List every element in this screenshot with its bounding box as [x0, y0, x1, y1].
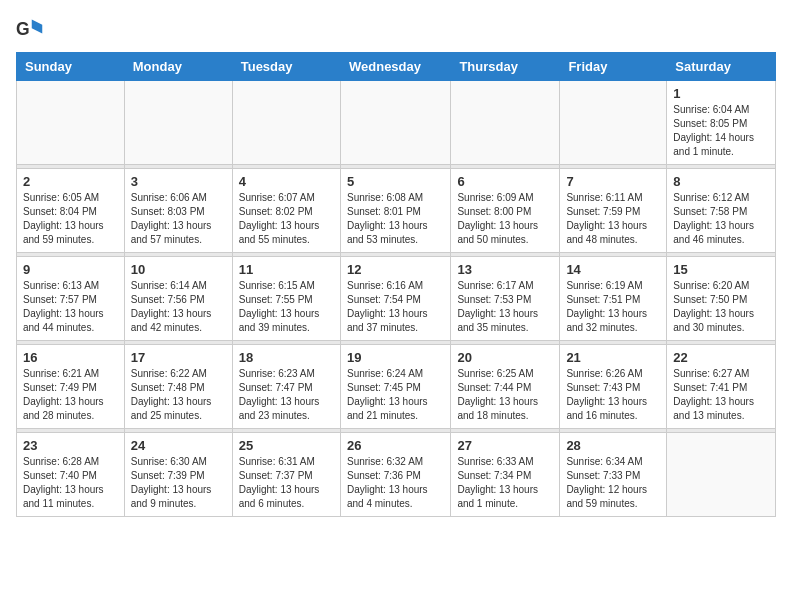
day-info: Sunrise: 6:26 AM Sunset: 7:43 PM Dayligh… [566, 367, 660, 423]
calendar-cell: 13Sunrise: 6:17 AM Sunset: 7:53 PM Dayli… [451, 257, 560, 341]
day-number: 2 [23, 174, 118, 189]
day-number: 3 [131, 174, 226, 189]
header-sunday: Sunday [17, 53, 125, 81]
day-info: Sunrise: 6:31 AM Sunset: 7:37 PM Dayligh… [239, 455, 334, 511]
day-number: 6 [457, 174, 553, 189]
calendar-week-5: 23Sunrise: 6:28 AM Sunset: 7:40 PM Dayli… [17, 433, 776, 517]
day-number: 8 [673, 174, 769, 189]
page-header: G [16, 16, 776, 44]
calendar-cell: 19Sunrise: 6:24 AM Sunset: 7:45 PM Dayli… [340, 345, 450, 429]
calendar-cell [451, 81, 560, 165]
day-info: Sunrise: 6:11 AM Sunset: 7:59 PM Dayligh… [566, 191, 660, 247]
day-info: Sunrise: 6:32 AM Sunset: 7:36 PM Dayligh… [347, 455, 444, 511]
day-info: Sunrise: 6:27 AM Sunset: 7:41 PM Dayligh… [673, 367, 769, 423]
svg-text:G: G [16, 19, 30, 39]
day-number: 21 [566, 350, 660, 365]
header-thursday: Thursday [451, 53, 560, 81]
day-number: 7 [566, 174, 660, 189]
day-number: 11 [239, 262, 334, 277]
calendar-cell: 14Sunrise: 6:19 AM Sunset: 7:51 PM Dayli… [560, 257, 667, 341]
header-saturday: Saturday [667, 53, 776, 81]
day-info: Sunrise: 6:06 AM Sunset: 8:03 PM Dayligh… [131, 191, 226, 247]
day-info: Sunrise: 6:25 AM Sunset: 7:44 PM Dayligh… [457, 367, 553, 423]
day-info: Sunrise: 6:16 AM Sunset: 7:54 PM Dayligh… [347, 279, 444, 335]
calendar-cell: 21Sunrise: 6:26 AM Sunset: 7:43 PM Dayli… [560, 345, 667, 429]
logo-icon: G [16, 16, 44, 44]
day-info: Sunrise: 6:23 AM Sunset: 7:47 PM Dayligh… [239, 367, 334, 423]
day-number: 10 [131, 262, 226, 277]
calendar-header-row: SundayMondayTuesdayWednesdayThursdayFrid… [17, 53, 776, 81]
calendar-cell: 27Sunrise: 6:33 AM Sunset: 7:34 PM Dayli… [451, 433, 560, 517]
calendar-cell: 22Sunrise: 6:27 AM Sunset: 7:41 PM Dayli… [667, 345, 776, 429]
day-info: Sunrise: 6:07 AM Sunset: 8:02 PM Dayligh… [239, 191, 334, 247]
calendar-cell: 7Sunrise: 6:11 AM Sunset: 7:59 PM Daylig… [560, 169, 667, 253]
calendar-cell: 18Sunrise: 6:23 AM Sunset: 7:47 PM Dayli… [232, 345, 340, 429]
day-number: 16 [23, 350, 118, 365]
day-number: 1 [673, 86, 769, 101]
day-number: 25 [239, 438, 334, 453]
day-number: 28 [566, 438, 660, 453]
day-info: Sunrise: 6:22 AM Sunset: 7:48 PM Dayligh… [131, 367, 226, 423]
calendar-cell: 17Sunrise: 6:22 AM Sunset: 7:48 PM Dayli… [124, 345, 232, 429]
header-wednesday: Wednesday [340, 53, 450, 81]
day-info: Sunrise: 6:09 AM Sunset: 8:00 PM Dayligh… [457, 191, 553, 247]
calendar-week-4: 16Sunrise: 6:21 AM Sunset: 7:49 PM Dayli… [17, 345, 776, 429]
calendar-cell: 28Sunrise: 6:34 AM Sunset: 7:33 PM Dayli… [560, 433, 667, 517]
day-info: Sunrise: 6:19 AM Sunset: 7:51 PM Dayligh… [566, 279, 660, 335]
day-number: 4 [239, 174, 334, 189]
day-number: 19 [347, 350, 444, 365]
calendar-cell: 2Sunrise: 6:05 AM Sunset: 8:04 PM Daylig… [17, 169, 125, 253]
day-number: 5 [347, 174, 444, 189]
calendar-cell: 6Sunrise: 6:09 AM Sunset: 8:00 PM Daylig… [451, 169, 560, 253]
calendar-cell: 11Sunrise: 6:15 AM Sunset: 7:55 PM Dayli… [232, 257, 340, 341]
day-info: Sunrise: 6:08 AM Sunset: 8:01 PM Dayligh… [347, 191, 444, 247]
calendar-cell: 12Sunrise: 6:16 AM Sunset: 7:54 PM Dayli… [340, 257, 450, 341]
day-info: Sunrise: 6:33 AM Sunset: 7:34 PM Dayligh… [457, 455, 553, 511]
day-info: Sunrise: 6:30 AM Sunset: 7:39 PM Dayligh… [131, 455, 226, 511]
day-info: Sunrise: 6:15 AM Sunset: 7:55 PM Dayligh… [239, 279, 334, 335]
day-info: Sunrise: 6:28 AM Sunset: 7:40 PM Dayligh… [23, 455, 118, 511]
day-number: 27 [457, 438, 553, 453]
day-info: Sunrise: 6:13 AM Sunset: 7:57 PM Dayligh… [23, 279, 118, 335]
calendar-cell: 25Sunrise: 6:31 AM Sunset: 7:37 PM Dayli… [232, 433, 340, 517]
day-info: Sunrise: 6:12 AM Sunset: 7:58 PM Dayligh… [673, 191, 769, 247]
calendar-cell: 10Sunrise: 6:14 AM Sunset: 7:56 PM Dayli… [124, 257, 232, 341]
calendar-week-1: 1Sunrise: 6:04 AM Sunset: 8:05 PM Daylig… [17, 81, 776, 165]
day-number: 15 [673, 262, 769, 277]
header-friday: Friday [560, 53, 667, 81]
calendar-cell: 15Sunrise: 6:20 AM Sunset: 7:50 PM Dayli… [667, 257, 776, 341]
calendar-cell: 23Sunrise: 6:28 AM Sunset: 7:40 PM Dayli… [17, 433, 125, 517]
calendar-cell [232, 81, 340, 165]
day-number: 22 [673, 350, 769, 365]
calendar-cell: 24Sunrise: 6:30 AM Sunset: 7:39 PM Dayli… [124, 433, 232, 517]
calendar-cell [667, 433, 776, 517]
day-number: 26 [347, 438, 444, 453]
svg-marker-1 [32, 20, 43, 34]
calendar-week-2: 2Sunrise: 6:05 AM Sunset: 8:04 PM Daylig… [17, 169, 776, 253]
calendar-cell: 9Sunrise: 6:13 AM Sunset: 7:57 PM Daylig… [17, 257, 125, 341]
header-monday: Monday [124, 53, 232, 81]
day-info: Sunrise: 6:04 AM Sunset: 8:05 PM Dayligh… [673, 103, 769, 159]
header-tuesday: Tuesday [232, 53, 340, 81]
calendar-cell: 8Sunrise: 6:12 AM Sunset: 7:58 PM Daylig… [667, 169, 776, 253]
logo: G [16, 16, 48, 44]
calendar-cell [124, 81, 232, 165]
day-number: 23 [23, 438, 118, 453]
calendar-table: SundayMondayTuesdayWednesdayThursdayFrid… [16, 52, 776, 517]
day-info: Sunrise: 6:34 AM Sunset: 7:33 PM Dayligh… [566, 455, 660, 511]
day-info: Sunrise: 6:20 AM Sunset: 7:50 PM Dayligh… [673, 279, 769, 335]
day-number: 13 [457, 262, 553, 277]
day-info: Sunrise: 6:17 AM Sunset: 7:53 PM Dayligh… [457, 279, 553, 335]
calendar-cell [340, 81, 450, 165]
calendar-cell: 20Sunrise: 6:25 AM Sunset: 7:44 PM Dayli… [451, 345, 560, 429]
calendar-cell [17, 81, 125, 165]
day-info: Sunrise: 6:05 AM Sunset: 8:04 PM Dayligh… [23, 191, 118, 247]
calendar-week-3: 9Sunrise: 6:13 AM Sunset: 7:57 PM Daylig… [17, 257, 776, 341]
calendar-cell [560, 81, 667, 165]
calendar-cell: 26Sunrise: 6:32 AM Sunset: 7:36 PM Dayli… [340, 433, 450, 517]
day-number: 14 [566, 262, 660, 277]
calendar-cell: 1Sunrise: 6:04 AM Sunset: 8:05 PM Daylig… [667, 81, 776, 165]
day-info: Sunrise: 6:21 AM Sunset: 7:49 PM Dayligh… [23, 367, 118, 423]
day-number: 12 [347, 262, 444, 277]
day-info: Sunrise: 6:14 AM Sunset: 7:56 PM Dayligh… [131, 279, 226, 335]
